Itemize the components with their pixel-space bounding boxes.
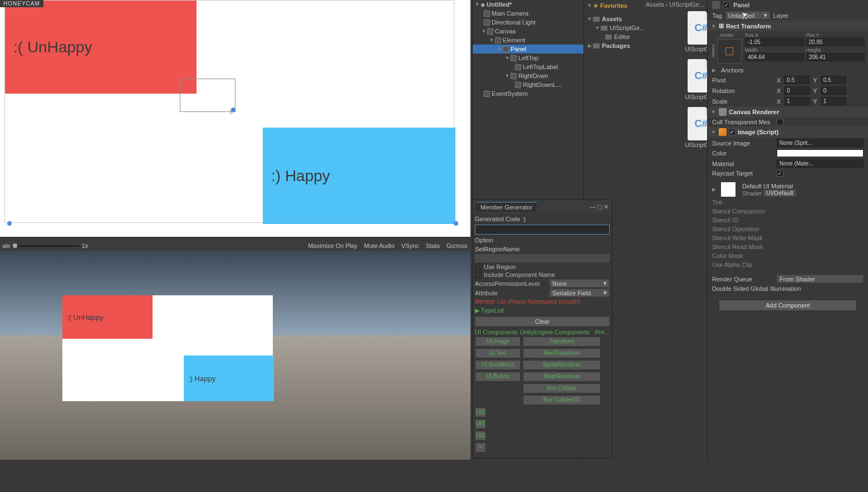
expand-icon[interactable]: ▼ bbox=[488, 37, 495, 43]
render-queue-dropdown[interactable]: From Shader bbox=[777, 275, 864, 283]
transform-button[interactable]: Transform bbox=[523, 337, 601, 347]
preset-button-1[interactable]: UIS bbox=[475, 407, 486, 417]
add-component-button[interactable]: Add Component bbox=[719, 300, 857, 311]
hierarchy-item-lefttop[interactable]: ▼LeftTop bbox=[473, 53, 583, 62]
height-field[interactable]: 206.41 bbox=[806, 53, 865, 61]
canvas-renderer-header[interactable]: ▼ Canvas Renderer bbox=[708, 106, 868, 118]
expand-icon[interactable]: ▼ bbox=[480, 28, 487, 34]
hierarchy-item-panel[interactable]: ▼Panel bbox=[473, 45, 583, 53]
cull-checkbox[interactable] bbox=[777, 119, 783, 125]
expand-icon[interactable]: ▶ bbox=[712, 67, 718, 73]
expand-icon[interactable]: ▼ bbox=[496, 46, 503, 52]
maximize-icon[interactable]: ▢ bbox=[597, 203, 602, 211]
minimize-icon[interactable]: — bbox=[590, 203, 596, 211]
boxcollider-button[interactable]: Box Collider bbox=[523, 383, 601, 393]
hierarchy-item-lefttoplabel[interactable]: LeftTopLabel bbox=[473, 62, 583, 71]
expand-icon[interactable]: ▼ bbox=[586, 16, 593, 22]
include-component-row[interactable]: Include Component Name bbox=[475, 271, 610, 279]
window-titlebar[interactable]: Member Generator — ▢ ✕ bbox=[473, 200, 612, 213]
use-region-row[interactable]: Use Region bbox=[475, 263, 610, 271]
scale-x-field[interactable]: 1 bbox=[784, 97, 810, 105]
close-icon[interactable]: ✕ bbox=[604, 203, 609, 211]
checkbox[interactable] bbox=[475, 264, 482, 270]
expand-icon[interactable]: ▼ bbox=[594, 25, 601, 31]
expand-icon[interactable]: ▼ bbox=[586, 3, 593, 8]
scene-handle-center[interactable] bbox=[231, 108, 236, 112]
scale-slider[interactable] bbox=[13, 245, 80, 247]
expand-icon[interactable]: ▶ bbox=[586, 43, 593, 48]
shader-dropdown[interactable]: UI/Default bbox=[763, 189, 796, 197]
ui-text-button[interactable]: UI.Text bbox=[475, 348, 521, 358]
pivot-y-field[interactable]: 0.5 bbox=[821, 76, 846, 84]
image-enabled-checkbox[interactable]: ✓ bbox=[729, 129, 735, 135]
expand-icon[interactable]: ▼ bbox=[711, 109, 717, 115]
width-field[interactable]: 404.64 bbox=[745, 53, 804, 61]
spriterenderer-button[interactable]: SpriteRenderer bbox=[523, 360, 601, 370]
hierarchy-item-element[interactable]: ▼Element bbox=[473, 36, 583, 45]
object-name[interactable]: Panel bbox=[733, 2, 749, 8]
generated-code-input[interactable] bbox=[475, 225, 610, 235]
scene-handle-bl[interactable] bbox=[7, 221, 12, 226]
raycast-checkbox[interactable]: ✓ bbox=[777, 170, 783, 177]
preset-button-4[interactable]: = bbox=[475, 442, 486, 452]
clear-button[interactable]: Clear bbox=[475, 316, 610, 327]
expand-icon[interactable]: ▼ bbox=[504, 55, 511, 61]
expand-icon[interactable]: ▼ bbox=[711, 129, 717, 135]
scale-y-field[interactable]: 1 bbox=[821, 97, 846, 105]
color-swatch[interactable] bbox=[777, 149, 864, 157]
rotation-x-field[interactable]: 0 bbox=[784, 86, 810, 95]
access-perm-dropdown[interactable]: None▾ bbox=[550, 279, 610, 288]
source-image-field[interactable]: None (Sprit... bbox=[777, 139, 864, 147]
active-checkbox[interactable]: ✓ bbox=[723, 2, 730, 8]
gizmos-toggle[interactable]: Gizmos bbox=[447, 242, 467, 249]
expand-icon[interactable]: ▶ bbox=[712, 187, 718, 192]
scene-unhappy-panel[interactable]: :( UnHappy bbox=[5, 1, 197, 94]
attribute-dropdown[interactable]: Serialize Field▾ bbox=[550, 289, 610, 297]
member-generator-window[interactable]: Member Generator — ▢ ✕ Generated Code :)… bbox=[472, 199, 612, 459]
recttransform-button[interactable]: RectTransform bbox=[523, 348, 601, 358]
expand-icon[interactable]: ▼ bbox=[504, 73, 511, 79]
posx-field[interactable]: -1.05 bbox=[745, 38, 804, 46]
rect-transform-header[interactable]: ▼ ⊞ Rect Transform bbox=[708, 21, 868, 31]
boxcollider2d-button[interactable]: Box Collider2D bbox=[523, 395, 601, 405]
anchors-row[interactable]: ▶Anchors bbox=[708, 66, 868, 75]
rotation-y-field[interactable]: 0 bbox=[821, 86, 846, 95]
typelist-expand[interactable]: ▶ TypeList bbox=[475, 306, 610, 315]
stats-toggle[interactable]: Stats bbox=[426, 242, 440, 249]
scene-canvas[interactable]: :( UnHappy :) Happy ✳ bbox=[4, 0, 454, 223]
material-preview[interactable] bbox=[721, 182, 735, 197]
scene-handle-br[interactable] bbox=[454, 221, 458, 226]
game-view[interactable]: :( UnHappy :) Happy bbox=[0, 251, 470, 460]
hierarchy-item-camera[interactable]: Main Camera bbox=[473, 9, 583, 18]
hierarchy-item-light[interactable]: Directional Light bbox=[473, 18, 583, 27]
ui-button-button[interactable]: UI.Button bbox=[475, 372, 521, 382]
hierarchy-item-eventsystem[interactable]: EventSystem bbox=[473, 89, 583, 98]
ui-image-button[interactable]: UI.Image bbox=[475, 337, 521, 347]
maximize-toggle[interactable]: Maximize On Play bbox=[308, 242, 357, 249]
inspector-panel[interactable]: ✓ Panel Tag Untagged▾ Layer ▼ ⊞ Rect Tra… bbox=[707, 0, 868, 460]
preset-button-2[interactable]: UIS bbox=[475, 419, 486, 429]
scene-happy-panel[interactable]: :) Happy bbox=[263, 128, 455, 224]
region-name-input[interactable] bbox=[475, 254, 610, 262]
hierarchy-item-rightdownlabel[interactable]: RightDownL... bbox=[473, 80, 583, 89]
preset-button-3[interactable]: UIS bbox=[475, 431, 486, 441]
breadcrumb-assets[interactable]: Assets bbox=[646, 1, 664, 8]
expand-icon[interactable]: ▼ bbox=[711, 23, 717, 29]
checkbox[interactable] bbox=[475, 271, 482, 278]
hierarchy-item-rightdown[interactable]: ▼RightDown bbox=[473, 71, 583, 80]
scene-view[interactable]: :( UnHappy :) Happy ✳ HONEYCAM bbox=[0, 0, 470, 237]
hierarchy-item-canvas[interactable]: ▼Canvas bbox=[473, 27, 583, 36]
anchor-preset-widget[interactable] bbox=[717, 39, 742, 64]
scene-selection-rect[interactable] bbox=[180, 79, 236, 112]
vsync-toggle[interactable]: VSync bbox=[401, 242, 419, 249]
breadcrumb-folder[interactable]: UIScriptGe... bbox=[669, 1, 704, 8]
image-script-header[interactable]: ▼ ✓ Image (Script) bbox=[708, 126, 868, 138]
material-field[interactable]: None (Mate... bbox=[777, 159, 864, 168]
posy-field[interactable]: 20.85 bbox=[806, 38, 865, 46]
mute-toggle[interactable]: Mute Audio bbox=[364, 242, 395, 249]
meshrenderer-button[interactable]: MeshRenderer bbox=[523, 372, 601, 382]
hierarchy-scene[interactable]: ▼ ◈ Untitled* bbox=[473, 0, 583, 9]
pivot-x-field[interactable]: 0.5 bbox=[784, 76, 810, 84]
expand-icon[interactable]: ▼ bbox=[474, 2, 480, 7]
ui-scrollrect-button[interactable]: UI.ScrollRect bbox=[475, 360, 521, 370]
